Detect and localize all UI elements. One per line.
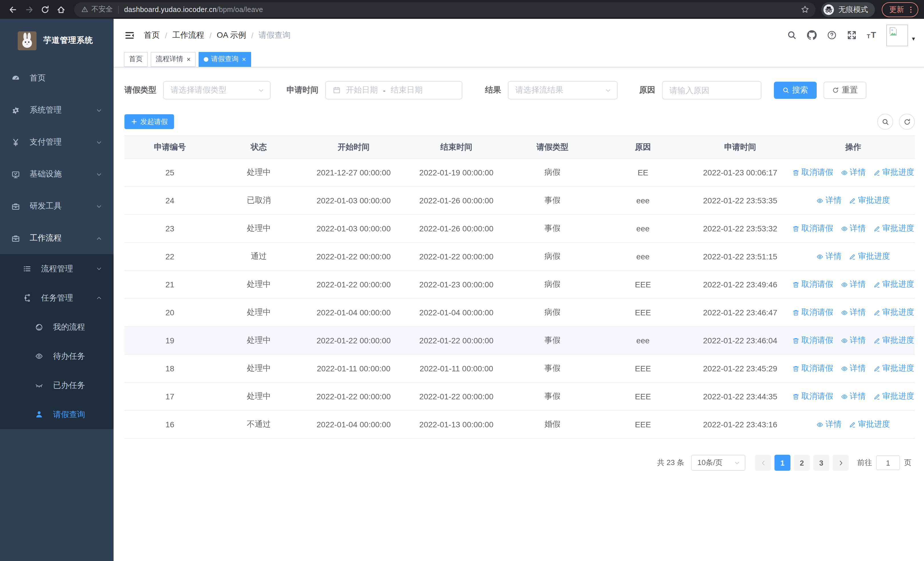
toggle-search-button[interactable] (877, 114, 893, 130)
github-icon[interactable] (802, 30, 822, 40)
font-size-icon[interactable]: TT (862, 30, 882, 40)
leave-type-select[interactable]: 请选择请假类型 (163, 81, 270, 99)
tab-home[interactable]: 首页 (124, 52, 148, 66)
tab-process-detail[interactable]: 流程详情× (151, 52, 196, 66)
action-detail[interactable]: 详情 (841, 307, 866, 317)
plus-icon (131, 118, 138, 125)
action-detail[interactable]: 详情 (841, 391, 866, 402)
action-detail[interactable]: 详情 (816, 419, 842, 430)
action-label: 详情 (825, 251, 842, 262)
page-button-1[interactable]: 1 (774, 455, 790, 471)
page-size-select[interactable]: 10条/页 (691, 455, 746, 471)
tab-leave-query[interactable]: 请假查询× (199, 52, 251, 66)
chevron-down-icon (96, 107, 102, 113)
prev-page-button[interactable] (755, 455, 771, 471)
fullscreen-icon[interactable] (842, 30, 862, 40)
reason-input[interactable] (662, 81, 761, 99)
address-bar[interactable]: 不安全 dashboard.yudao.iocoder.cn/bpm/oa/le… (74, 2, 816, 17)
action-detail[interactable]: 详情 (841, 363, 866, 374)
sidebar-item-leave-query[interactable]: 请假查询 (0, 400, 114, 429)
sidebar-item-infrastructure[interactable]: 基础设施 (0, 158, 114, 190)
browser-back-icon[interactable] (6, 2, 21, 17)
table-cell: 2022-01-22 00:00:00 (405, 382, 508, 411)
table-cell: 17 (124, 382, 216, 411)
action-cancel-leave[interactable]: 取消请假 (792, 167, 833, 177)
create-leave-button[interactable]: 发起请假 (124, 114, 174, 129)
action-cancel-leave[interactable]: 取消请假 (792, 223, 833, 234)
action-detail[interactable]: 详情 (841, 167, 866, 177)
action-progress[interactable]: 审批进度 (873, 335, 914, 346)
chevron-down-icon (96, 139, 102, 145)
user-avatar[interactable] (886, 24, 908, 46)
next-page-button[interactable] (832, 455, 849, 471)
tab-close-icon[interactable]: × (187, 56, 190, 63)
action-progress[interactable]: 审批进度 (873, 223, 914, 234)
update-label: 更新 (889, 4, 904, 15)
breadcrumb-item[interactable]: 工作流程 (172, 30, 204, 40)
app-logo[interactable]: 芋道管理系统 (0, 19, 114, 62)
action-progress[interactable]: 审批进度 (849, 196, 890, 206)
table-cell: 2022-01-11 00:00:00 (302, 355, 405, 382)
refresh-table-button[interactable] (899, 114, 915, 130)
browser-menu-icon[interactable] (907, 5, 915, 14)
sidebar-item-task-mgmt[interactable]: 任务管理 (0, 283, 114, 313)
browser-reload-icon[interactable] (38, 2, 52, 17)
result-select[interactable]: 请选择流结果 (508, 81, 618, 99)
page-button-2[interactable]: 2 (794, 455, 810, 471)
action-progress[interactable]: 审批进度 (873, 307, 914, 317)
action-detail[interactable]: 详情 (841, 279, 866, 290)
action-detail[interactable]: 详情 (816, 251, 842, 262)
table-cell: 2022-01-23 00:00:00 (405, 271, 508, 298)
sidebar-item-process-mgmt[interactable]: 流程管理 (0, 254, 114, 283)
sidebar-item-payment[interactable]: 支付管理 (0, 126, 114, 158)
action-detail[interactable]: 详情 (816, 196, 842, 206)
browser-update-button[interactable]: 更新 (882, 2, 918, 17)
sidebar-item-workflow[interactable]: 工作流程 (0, 222, 114, 254)
sidebar-item-home[interactable]: 首页 (0, 62, 114, 94)
browser-home-icon[interactable] (54, 2, 69, 17)
action-cancel-leave[interactable]: 取消请假 (792, 335, 833, 346)
table-cell: 2022-01-22 23:46:47 (689, 298, 792, 326)
table-cell: 已取消 (216, 186, 303, 215)
page-unit: 页 (904, 457, 912, 468)
action-cancel-leave[interactable]: 取消请假 (792, 279, 833, 290)
sidebar-item-done-tasks[interactable]: 已办任务 (0, 371, 114, 400)
apply-time-range-picker[interactable]: 开始日期 - 结束日期 (325, 81, 462, 99)
action-progress[interactable]: 审批进度 (873, 363, 914, 374)
action-label: 审批进度 (858, 419, 890, 430)
action-detail[interactable]: 详情 (841, 223, 866, 234)
breadcrumb-item[interactable]: OA 示例 (217, 30, 246, 40)
page-button-3[interactable]: 3 (813, 455, 829, 471)
action-progress[interactable]: 审批进度 (849, 419, 890, 430)
sidebar-item-my-process[interactable]: 我的流程 (0, 313, 114, 341)
sidebar-item-label: 我的流程 (53, 322, 114, 332)
user-menu-caret-icon[interactable]: ▼ (911, 36, 916, 41)
security-warning-icon[interactable] (81, 6, 88, 13)
action-progress[interactable]: 审批进度 (873, 279, 914, 290)
goto-page-input[interactable] (876, 455, 900, 470)
search-button[interactable]: 搜索 (774, 82, 817, 99)
tab-close-icon[interactable]: × (242, 56, 246, 63)
header-search-icon[interactable] (782, 30, 802, 40)
action-cancel-leave[interactable]: 取消请假 (792, 363, 833, 374)
sidebar-item-todo-tasks[interactable]: 待办任务 (0, 341, 114, 371)
action-cancel-leave[interactable]: 取消请假 (792, 391, 833, 402)
table-cell: 病假 (508, 242, 597, 271)
sidebar-item-label: 研发工具 (30, 201, 96, 211)
help-icon[interactable] (822, 30, 842, 40)
reset-button[interactable]: 重置 (824, 82, 866, 99)
breadcrumb-item[interactable]: 首页 (144, 30, 160, 40)
bookmark-star-icon[interactable] (797, 5, 813, 14)
table-cell-actions: 详情审批进度 (792, 242, 915, 271)
action-progress[interactable]: 审批进度 (849, 251, 890, 262)
action-detail[interactable]: 详情 (841, 335, 866, 346)
action-progress[interactable]: 审批进度 (873, 391, 914, 402)
action-progress[interactable]: 审批进度 (873, 167, 914, 177)
table-cell: 2022-01-22 23:53:32 (689, 215, 792, 242)
sidebar-item-dev-tools[interactable]: 研发工具 (0, 190, 114, 222)
sidebar-item-system[interactable]: 系统管理 (0, 94, 114, 126)
action-cancel-leave[interactable]: 取消请假 (792, 307, 833, 317)
table-cell: 2022-01-03 00:00:00 (302, 215, 405, 242)
sidebar-collapse-icon[interactable] (124, 30, 135, 40)
browser-forward-icon[interactable] (22, 2, 36, 17)
